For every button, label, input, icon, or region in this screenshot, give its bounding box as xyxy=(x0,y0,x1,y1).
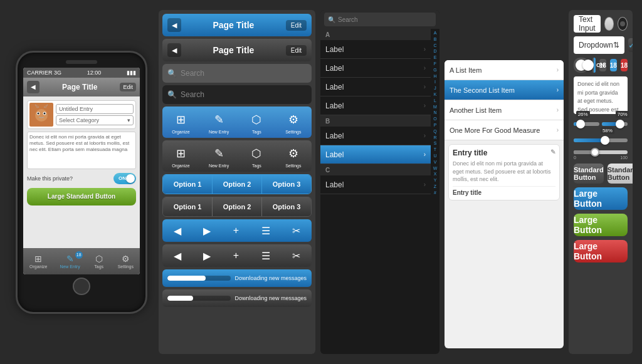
toolbar-settings[interactable]: ⚙ Settings xyxy=(285,111,302,134)
large-button-green[interactable]: Large Button xyxy=(574,214,628,236)
dark-nav-edit-button[interactable]: Edit xyxy=(286,45,307,56)
alpha-z[interactable]: Z xyxy=(434,184,436,190)
dark-toolbar-new-entry[interactable]: ✎ New Entry xyxy=(209,145,229,168)
segment-option2-blue[interactable]: Option 2 xyxy=(213,175,262,194)
dark-toolbar-settings[interactable]: ⚙ Settings xyxy=(285,145,302,168)
large-button-blue[interactable]: Large Button xyxy=(574,187,628,210)
radio-button-filled[interactable] xyxy=(618,17,628,31)
list-item[interactable]: Label › xyxy=(320,127,431,145)
phone-tab-organize[interactable]: ⊞ Organize xyxy=(29,254,47,269)
ctrl-list-icon[interactable]: ☰ xyxy=(261,225,270,237)
slider-1-knob[interactable]: 26% xyxy=(576,120,585,128)
slider-3[interactable]: 58% xyxy=(574,134,628,147)
alpha-q[interactable]: Q xyxy=(433,128,436,135)
alpha-h[interactable]: H xyxy=(433,73,436,80)
phone-edit-button[interactable]: Edit xyxy=(120,83,136,91)
dark-toolbar-organize[interactable]: ⊞ Organize xyxy=(172,145,189,168)
segment-option3-blue[interactable]: Option 3 xyxy=(262,175,311,194)
alpha-s[interactable]: S xyxy=(434,140,437,147)
checkbox[interactable]: ✓ xyxy=(628,38,633,52)
segment-option1-blue[interactable]: Option 1 xyxy=(163,175,213,194)
segment-option2-dark[interactable]: Option 2 xyxy=(213,197,262,216)
standard-button-dark[interactable]: Standard Button xyxy=(574,164,604,184)
phone-home-button[interactable] xyxy=(73,278,90,295)
alpha-b[interactable]: B xyxy=(434,36,437,43)
alpha-l[interactable]: L xyxy=(434,98,436,104)
alpha-d[interactable]: D xyxy=(433,48,436,55)
segment-option3-dark[interactable]: Option 3 xyxy=(262,197,311,216)
toggle-on[interactable]: ON xyxy=(592,58,596,73)
alpha-c[interactable]: C xyxy=(433,43,436,49)
ruler-slider-knob[interactable] xyxy=(591,148,599,157)
alpha-r[interactable]: R xyxy=(433,135,436,141)
dark-nav-back-button[interactable]: ◀ xyxy=(167,43,181,57)
alpha-u[interactable]: U xyxy=(433,153,436,159)
entry-card-edit-icon[interactable]: ✎ xyxy=(550,148,555,157)
alpha-m[interactable]: M xyxy=(433,104,437,110)
phone-category-select[interactable]: Select Category ▾ xyxy=(56,115,134,125)
radio-button[interactable] xyxy=(604,17,614,31)
dark-ctrl-add-icon[interactable]: + xyxy=(233,250,239,261)
phone-green-button[interactable]: Large Standard Button xyxy=(27,188,136,205)
dark-ctrl-cut-icon[interactable]: ✂ xyxy=(292,250,300,262)
alpha-a[interactable]: A xyxy=(434,30,437,36)
alpha-v[interactable]: V xyxy=(434,159,437,165)
dark-ctrl-play-icon[interactable]: ▶ xyxy=(203,250,211,262)
dropdown-field[interactable]: Dropdown ⇅ xyxy=(574,36,624,54)
phone-toggle[interactable]: ON xyxy=(113,173,136,184)
alpha-w[interactable]: W xyxy=(433,165,438,172)
segment-option1-dark[interactable]: Option 1 xyxy=(163,197,213,216)
ctrl-add-icon[interactable]: + xyxy=(233,225,239,236)
list-item[interactable]: Label › xyxy=(320,59,431,78)
list-item-selected[interactable]: Label › xyxy=(320,145,431,164)
dark-toolbar-tags[interactable]: ⬡ Tags xyxy=(248,145,265,168)
list-item[interactable]: Label › xyxy=(320,40,431,59)
alpha-n[interactable]: N xyxy=(433,110,436,116)
alpha-e[interactable]: E xyxy=(434,55,437,61)
toolbar-organize[interactable]: ⊞ Organize xyxy=(172,111,189,134)
textarea[interactable]: Donec id elit non mi porta gravida at eg… xyxy=(574,76,628,114)
blue-nav-back-button[interactable]: ◀ xyxy=(167,18,181,32)
toolbar-new-entry[interactable]: ✎ New Entry xyxy=(209,111,229,134)
alpha-g[interactable]: G xyxy=(433,67,436,73)
alpha-t[interactable]: T xyxy=(434,147,436,153)
list-item[interactable]: Label › xyxy=(320,96,431,115)
phone-tab-tags[interactable]: ⬡ Tags xyxy=(93,254,105,269)
alpha-hash[interactable]: # xyxy=(434,190,436,196)
phone-textarea[interactable]: Donec id elit non mi porta gravida at eg… xyxy=(27,132,136,169)
alpha-x[interactable]: X xyxy=(434,171,437,177)
list-item[interactable]: Label › xyxy=(320,175,431,194)
dark-ctrl-list-icon[interactable]: ☰ xyxy=(261,250,270,262)
alpha-y[interactable]: Y xyxy=(434,177,437,184)
entry-list-item-3[interactable]: Another List Item › xyxy=(445,100,564,120)
blue-nav-edit-button[interactable]: Edit xyxy=(286,20,307,31)
large-button-red[interactable]: Large Button xyxy=(574,240,628,263)
entry-list-item-1[interactable]: A List Item › xyxy=(445,60,564,80)
list-search-input[interactable]: 🔍 Search xyxy=(324,13,436,26)
alpha-j[interactable]: J xyxy=(434,85,436,91)
alpha-k[interactable]: K xyxy=(434,91,437,98)
phone-back-button[interactable]: ◀ xyxy=(27,81,39,93)
slider-1[interactable]: 26% xyxy=(574,118,599,130)
phone-tab-settings[interactable]: ⚙ Settings xyxy=(118,254,134,269)
phone-entry-title-field[interactable]: Untitled Entry xyxy=(56,104,134,114)
slider-3-knob[interactable]: 58% xyxy=(601,136,609,145)
blue-search-bar[interactable]: 🔍 Search xyxy=(162,64,312,83)
dark-search-bar[interactable]: 🔍 Search xyxy=(162,85,312,104)
ruler-slider[interactable] xyxy=(574,150,628,154)
ctrl-prev-icon[interactable]: ◀ xyxy=(174,225,181,237)
ctrl-play-icon[interactable]: ▶ xyxy=(203,225,211,237)
ctrl-cut-icon[interactable]: ✂ xyxy=(292,225,300,237)
alpha-o[interactable]: O xyxy=(433,116,436,122)
slider-2-knob[interactable]: 70% xyxy=(616,120,624,128)
text-input-field[interactable]: Text Input xyxy=(574,15,601,33)
standard-button-light[interactable]: Standard Button xyxy=(608,164,633,184)
list-item[interactable]: Label › xyxy=(320,78,431,96)
phone-tab-new-entry[interactable]: ✎ New Entry 18 xyxy=(60,254,80,269)
alpha-p[interactable]: P xyxy=(434,122,437,128)
entry-list-item-2-selected[interactable]: The Second List Item › xyxy=(445,80,564,100)
entry-list-item-4[interactable]: One More For Good Measure › xyxy=(445,120,564,140)
toolbar-tags[interactable]: ⬡ Tags xyxy=(248,111,265,134)
dark-ctrl-prev-icon[interactable]: ◀ xyxy=(174,250,181,262)
alpha-f[interactable]: F xyxy=(434,61,436,67)
